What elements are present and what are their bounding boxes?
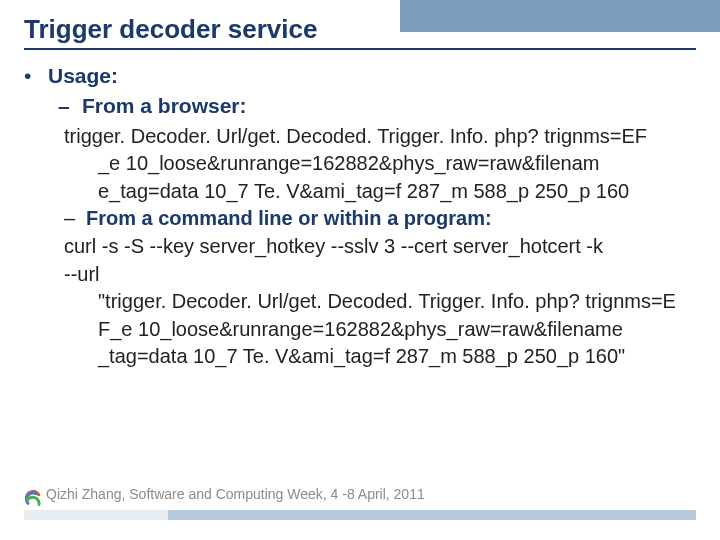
line-3: e_tag=data 10_7 Te. V&ami_tag=f 287_m 58… (64, 178, 696, 206)
dash-icon: – (64, 205, 78, 233)
line-6: "trigger. Decoder. Url/get. Decoded. Tri… (64, 288, 696, 316)
line-7: F_e 10_loose&runrange=162882&phys_raw=ra… (64, 316, 696, 344)
footer-text: Qizhi Zhang, Software and Computing Week… (46, 486, 425, 502)
line-2: _e 10_loose&runrange=162882&phys_raw=raw… (64, 150, 696, 178)
line-4: curl -s -S --key server_hotkey --sslv 3 … (64, 235, 603, 257)
bullet-usage: • Usage: (24, 62, 696, 90)
slide-content: • Usage: – From a browser: trigger. Deco… (24, 62, 696, 371)
line-5: --url (64, 263, 100, 285)
bullet-usage-label: Usage: (48, 62, 118, 90)
body-text: trigger. Decoder. Url/get. Decoded. Trig… (24, 123, 696, 371)
footer-bar-dark (168, 510, 696, 520)
dash-icon: – (58, 92, 74, 120)
from-browser-label: From a browser: (82, 92, 247, 120)
footer-logo-icon (24, 490, 42, 508)
bullet-from-browser: – From a browser: (24, 92, 696, 120)
line-1: trigger. Decoder. Url/get. Decoded. Trig… (64, 125, 647, 147)
bullet-from-cmdline: – From a command line or within a progra… (64, 205, 696, 233)
header-accent (400, 0, 720, 32)
from-cmdline-label: From a command line or within a program: (86, 205, 492, 233)
title-underline (24, 48, 696, 50)
slide-title: Trigger decoder service (24, 14, 317, 45)
line-8: _tag=data 10_7 Te. V&ami_tag=f 287_m 588… (64, 343, 696, 371)
bullet-dot: • (24, 62, 38, 90)
